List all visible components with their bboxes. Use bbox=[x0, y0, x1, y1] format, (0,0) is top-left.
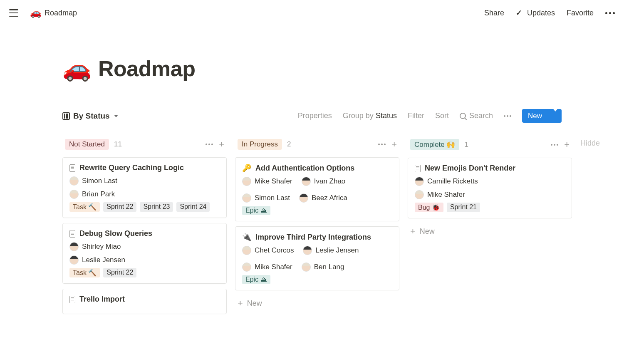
page-emoji[interactable]: 🚗 bbox=[62, 55, 92, 82]
document-icon bbox=[69, 296, 75, 303]
card-title-text: Add Authentication Options bbox=[255, 164, 354, 173]
group-by-button[interactable]: Group by Status bbox=[343, 111, 397, 120]
card-title: New Emojis Don't Render bbox=[415, 164, 565, 173]
person-name: Simon Last bbox=[82, 177, 117, 185]
avatar bbox=[242, 193, 251, 203]
breadcrumb[interactable]: 🚗 Roadmap bbox=[30, 7, 77, 18]
board-card[interactable]: 🔑Add Authentication OptionsMike ShaferIv… bbox=[235, 157, 399, 221]
document-icon bbox=[415, 165, 421, 172]
page: 🚗 Roadmap By Status Properties Group by … bbox=[0, 55, 624, 319]
card-tags: Task 🔨Sprint 22 bbox=[69, 268, 220, 277]
filter-button[interactable]: Filter bbox=[408, 111, 424, 120]
column-add-icon[interactable]: + bbox=[564, 140, 570, 149]
column-count: 2 bbox=[287, 140, 291, 149]
property-tag: Sprint 24 bbox=[176, 202, 210, 212]
search-button[interactable]: Search bbox=[460, 111, 493, 120]
person-name: Mike Shafer bbox=[427, 191, 465, 199]
column-more-icon[interactable] bbox=[206, 144, 213, 145]
column-status-tag[interactable]: Complete 🙌 bbox=[410, 139, 459, 150]
view-selector[interactable]: By Status bbox=[62, 111, 118, 121]
board-column: In Progress2+🔑Add Authentication Options… bbox=[235, 136, 399, 319]
chevron-down-icon bbox=[553, 109, 557, 120]
new-button[interactable]: New bbox=[522, 109, 562, 123]
person: Shirley Miao bbox=[69, 242, 220, 251]
sort-button[interactable]: Sort bbox=[435, 111, 449, 120]
avatar bbox=[299, 193, 308, 203]
property-tag: Bug 🐞 bbox=[415, 203, 443, 212]
add-card-button[interactable]: +New bbox=[235, 295, 399, 311]
card-title: 🔌Improve Third Party Integrations bbox=[242, 233, 392, 242]
card-title-text: Improve Third Party Integrations bbox=[255, 233, 371, 242]
person: Brian Park bbox=[69, 190, 220, 199]
person-name: Simon Last bbox=[255, 194, 290, 202]
avatar bbox=[69, 190, 79, 199]
card-people: Chet CorcosLeslie JensenMike ShaferBen L… bbox=[242, 246, 392, 272]
column-more-icon[interactable] bbox=[378, 144, 386, 145]
card-tags: Epic ⛰ bbox=[242, 275, 392, 284]
table-controls: Properties Group by Status Filter Sort S… bbox=[298, 109, 562, 123]
updates-button[interactable]: Updates bbox=[516, 8, 555, 17]
person-name: Chet Corcos bbox=[255, 246, 294, 255]
topbar-actions: Share Updates Favorite bbox=[484, 8, 615, 17]
new-dropdown[interactable] bbox=[548, 109, 562, 123]
favorite-button[interactable]: Favorite bbox=[567, 9, 594, 17]
view-more-icon[interactable] bbox=[504, 115, 511, 117]
property-tag: Sprint 22 bbox=[103, 268, 136, 277]
card-title: Rewrite Query Caching Logic bbox=[69, 163, 220, 172]
menu-icon[interactable] bbox=[9, 9, 18, 17]
kanban-board: Not Started11+Rewrite Query Caching Logi… bbox=[62, 136, 562, 319]
card-title: Trello Import bbox=[69, 295, 220, 304]
property-tag: Sprint 23 bbox=[140, 202, 173, 212]
add-card-label: New bbox=[420, 227, 435, 236]
board-card[interactable]: Trello Import bbox=[62, 289, 227, 314]
property-tag: Sprint 21 bbox=[447, 203, 480, 212]
card-emoji-icon: 🔑 bbox=[242, 163, 251, 173]
board-card[interactable]: Rewrite Query Caching LogicSimon LastBri… bbox=[62, 157, 227, 218]
card-people: Shirley MiaoLeslie Jensen bbox=[69, 242, 220, 265]
column-more-icon[interactable] bbox=[551, 144, 558, 146]
property-tag: Epic ⛰ bbox=[242, 275, 270, 284]
person-name: Ben Lang bbox=[314, 263, 344, 271]
person-name: Leslie Jensen bbox=[82, 256, 125, 264]
column-status-tag[interactable]: In Progress bbox=[238, 139, 282, 150]
hidden-columns-label[interactable]: Hidde bbox=[580, 136, 600, 319]
board-column: Complete 🙌1+New Emojis Don't RenderCamil… bbox=[408, 136, 572, 319]
column-actions: + bbox=[206, 140, 224, 149]
more-icon[interactable] bbox=[605, 12, 615, 14]
avatar bbox=[415, 177, 424, 186]
person-name: Shirley Miao bbox=[82, 243, 121, 251]
property-tag: Task 🔨 bbox=[69, 268, 100, 277]
board-icon bbox=[62, 112, 70, 120]
avatar bbox=[303, 246, 312, 255]
board-card[interactable]: 🔌Improve Third Party IntegrationsChet Co… bbox=[235, 226, 399, 290]
topbar: 🚗 Roadmap Share Updates Favorite bbox=[0, 0, 624, 26]
page-emoji-small: 🚗 bbox=[30, 7, 41, 18]
card-tags: Bug 🐞Sprint 21 bbox=[415, 203, 565, 212]
column-header: Complete 🙌1+ bbox=[408, 136, 572, 153]
person: Camille Ricketts bbox=[415, 177, 565, 186]
avatar bbox=[69, 255, 79, 265]
column-status-tag[interactable]: Not Started bbox=[65, 139, 109, 150]
chevron-down-icon bbox=[114, 115, 118, 117]
board-card[interactable]: Debug Slow QueriesShirley MiaoLeslie Jen… bbox=[62, 223, 227, 284]
column-add-icon[interactable]: + bbox=[219, 140, 224, 149]
card-tags: Task 🔨Sprint 22Sprint 23Sprint 24 bbox=[69, 202, 220, 212]
add-card-label: New bbox=[247, 299, 262, 308]
plus-icon: + bbox=[238, 299, 243, 308]
avatar bbox=[242, 246, 251, 255]
card-tags: Epic ⛰ bbox=[242, 206, 392, 215]
share-button[interactable]: Share bbox=[484, 9, 504, 17]
card-emoji-icon: 🔌 bbox=[242, 233, 251, 242]
person-name: Beez Africa bbox=[312, 194, 347, 202]
avatar bbox=[242, 177, 251, 186]
column-add-icon[interactable]: + bbox=[391, 140, 397, 149]
check-icon bbox=[516, 8, 525, 17]
page-heading[interactable]: Roadmap bbox=[98, 56, 195, 81]
view-name: By Status bbox=[73, 111, 110, 121]
add-card-button[interactable]: +New bbox=[408, 223, 572, 239]
board-card[interactable]: New Emojis Don't RenderCamille RickettsM… bbox=[408, 158, 572, 218]
properties-button[interactable]: Properties bbox=[298, 111, 332, 120]
avatar bbox=[242, 262, 251, 272]
card-people: Camille RickettsMike Shafer bbox=[415, 177, 565, 199]
card-title-text: New Emojis Don't Render bbox=[425, 164, 515, 173]
